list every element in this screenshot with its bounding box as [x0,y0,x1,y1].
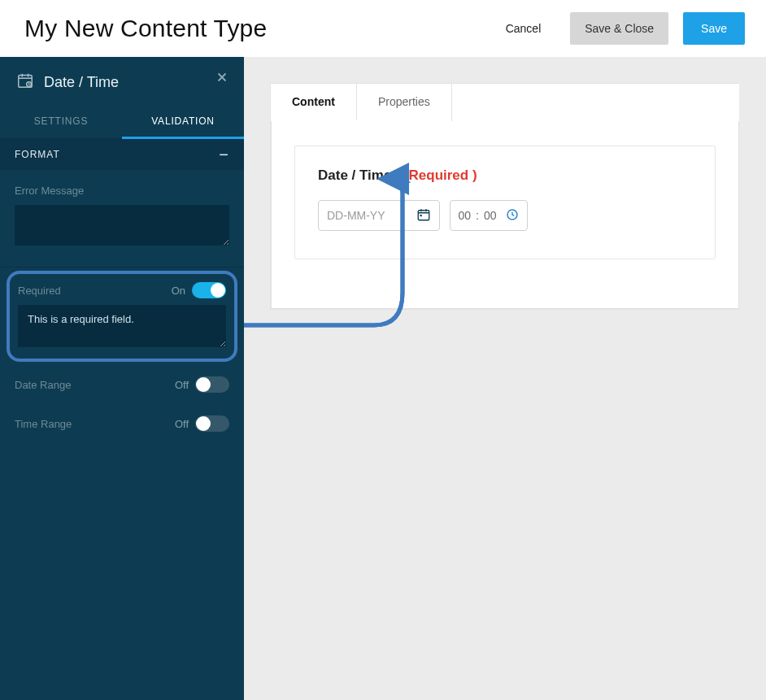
format-section-toggle[interactable]: FORMAT − [0,139,244,170]
time-sep: : [476,209,479,222]
date-range-state: Off [175,379,189,391]
error-message-block: Error Message [0,170,244,267]
time-input[interactable]: 00 : 00 [450,200,528,231]
date-range-toggle[interactable] [195,376,229,393]
preview-card: Date / Time ( Required ) DD-MM-YY [271,121,739,309]
time-range-label: Time Range [15,418,72,430]
svg-rect-3 [420,215,422,216]
calendar-icon [16,72,34,93]
error-message-input[interactable] [15,205,229,246]
required-badge: ( Required ) [400,167,477,183]
tab-properties[interactable]: Properties [357,84,452,121]
date-range-row: Date Range Off [0,365,244,404]
clock-icon [505,207,520,224]
field-inputs: DD-MM-YY 00 : [318,200,692,231]
field-label: Date / Time [318,167,391,183]
save-close-button[interactable]: Save & Close [570,12,668,45]
field-preview: Date / Time ( Required ) DD-MM-YY [294,146,716,259]
page-title: My New Content Type [24,15,267,42]
required-state: On [172,285,185,297]
date-input[interactable]: DD-MM-YY [318,200,440,231]
date-placeholder: DD-MM-YY [327,209,385,222]
time-range-state: Off [175,418,189,430]
time-mm: 00 [484,209,497,222]
time-range-toggle[interactable] [195,415,229,432]
preview-canvas: Content Properties Date / Time ( Require… [244,57,766,700]
sidebar-title: Date / Time [44,74,119,91]
calendar-picker-icon [416,207,431,224]
svg-rect-2 [418,210,429,220]
required-toggle[interactable] [192,282,226,298]
close-icon[interactable] [215,70,229,88]
required-highlight: Required On [7,271,237,362]
field-label-row: Date / Time ( Required ) [318,167,692,184]
cancel-button[interactable]: Cancel [491,12,556,45]
preview-tabs-wrap: Content Properties Date / Time ( Require… [270,83,738,310]
top-bar: My New Content Type Cancel Save & Close … [0,0,766,57]
tab-content[interactable]: Content [271,84,357,121]
save-button[interactable]: Save [683,12,745,45]
time-hh: 00 [458,209,471,222]
tab-settings[interactable]: SETTINGS [0,104,122,138]
svg-rect-0 [19,76,33,88]
required-label: Required [18,285,61,297]
tab-validation[interactable]: VALIDATION [122,104,244,138]
property-sidebar: Date / Time SETTINGS VALIDATION FORMAT −… [0,57,244,700]
format-label: FORMAT [15,149,60,160]
error-message-label: Error Message [15,185,229,197]
header-actions: Cancel Save & Close Save [491,12,745,45]
preview-tabs: Content Properties [271,84,739,121]
minus-icon: − [219,150,229,159]
required-message-input[interactable] [18,305,226,347]
date-range-label: Date Range [15,379,71,391]
time-range-row: Time Range Off [0,404,244,443]
sidebar-tabs: SETTINGS VALIDATION [0,104,244,139]
sidebar-header: Date / Time [0,57,244,104]
